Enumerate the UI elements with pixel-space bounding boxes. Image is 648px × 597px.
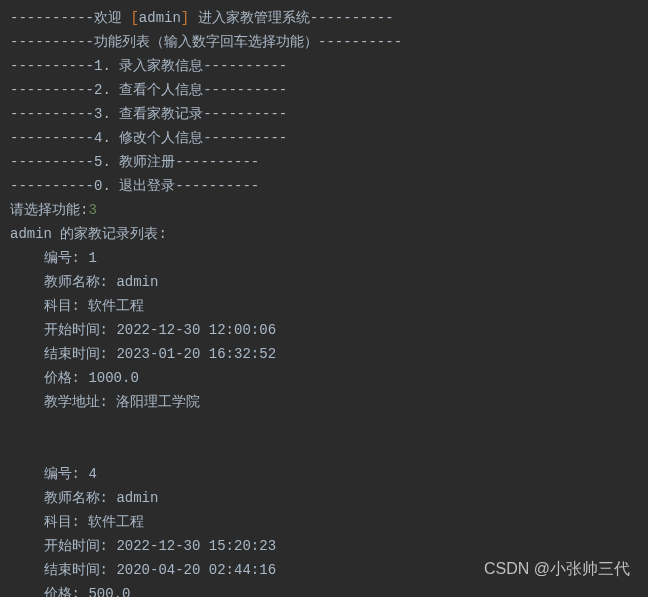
record-start: 开始时间: 2022-12-30 12:00:06 bbox=[10, 318, 638, 342]
record-subject: 科目: 软件工程 bbox=[10, 294, 638, 318]
record-teacher: 教师名称: admin bbox=[10, 486, 638, 510]
menu-item-0: ----------0. 退出登录---------- bbox=[10, 174, 638, 198]
teacher-value: admin bbox=[116, 274, 158, 290]
price-value: 1000.0 bbox=[88, 370, 138, 386]
blank-line bbox=[10, 438, 638, 462]
start-label: 开始时间: bbox=[44, 322, 117, 338]
end-value: 2023-01-20 16:32:52 bbox=[116, 346, 276, 362]
menu-item-2: ----------2. 查看个人信息---------- bbox=[10, 78, 638, 102]
teacher-label: 教师名称: bbox=[44, 274, 117, 290]
welcome-prefix: ----------欢迎 bbox=[10, 10, 130, 26]
prompt-line[interactable]: 请选择功能:3 bbox=[10, 198, 638, 222]
blank-line bbox=[10, 414, 638, 438]
username: admin bbox=[139, 10, 181, 26]
subject-label: 科目: bbox=[44, 514, 89, 530]
prompt-label: 请选择功能: bbox=[10, 202, 88, 218]
start-label: 开始时间: bbox=[44, 538, 117, 554]
end-value: 2020-04-20 02:44:16 bbox=[116, 562, 276, 578]
end-label: 结束时间: bbox=[44, 562, 117, 578]
menu-item-4: ----------4. 修改个人信息---------- bbox=[10, 126, 638, 150]
price-value: 500.0 bbox=[88, 586, 130, 597]
record-end: 结束时间: 2020-04-20 02:44:16 bbox=[10, 558, 638, 582]
bracket-close: ] bbox=[181, 10, 189, 26]
id-value: 4 bbox=[88, 466, 96, 482]
address-value: 洛阳理工学院 bbox=[116, 394, 200, 410]
bracket-open: [ bbox=[130, 10, 138, 26]
id-label: 编号: bbox=[44, 250, 89, 266]
subject-value: 软件工程 bbox=[88, 514, 144, 530]
prompt-input[interactable]: 3 bbox=[88, 202, 96, 218]
record-price: 价格: 500.0 bbox=[10, 582, 638, 597]
welcome-suffix: 进入家教管理系统---------- bbox=[189, 10, 393, 26]
teacher-label: 教师名称: bbox=[44, 490, 117, 506]
record-end: 结束时间: 2023-01-20 16:32:52 bbox=[10, 342, 638, 366]
teacher-value: admin bbox=[116, 490, 158, 506]
menu-title: ----------功能列表（输入数字回车选择功能）---------- bbox=[10, 30, 638, 54]
record-address: 教学地址: 洛阳理工学院 bbox=[10, 390, 638, 414]
menu-item-5: ----------5. 教师注册---------- bbox=[10, 150, 638, 174]
record-price: 价格: 1000.0 bbox=[10, 366, 638, 390]
menu-item-1: ----------1. 录入家教信息---------- bbox=[10, 54, 638, 78]
start-value: 2022-12-30 12:00:06 bbox=[116, 322, 276, 338]
subject-value: 软件工程 bbox=[88, 298, 144, 314]
id-value: 1 bbox=[88, 250, 96, 266]
record-teacher: 教师名称: admin bbox=[10, 270, 638, 294]
welcome-line: ----------欢迎 [admin] 进入家教管理系统---------- bbox=[10, 6, 638, 30]
record-subject: 科目: 软件工程 bbox=[10, 510, 638, 534]
id-label: 编号: bbox=[44, 466, 89, 482]
end-label: 结束时间: bbox=[44, 346, 117, 362]
start-value: 2022-12-30 15:20:23 bbox=[116, 538, 276, 554]
record-start: 开始时间: 2022-12-30 15:20:23 bbox=[10, 534, 638, 558]
record-id: 编号: 1 bbox=[10, 246, 638, 270]
result-header: admin 的家教记录列表: bbox=[10, 222, 638, 246]
menu-item-3: ----------3. 查看家教记录---------- bbox=[10, 102, 638, 126]
price-label: 价格: bbox=[44, 370, 89, 386]
record-id: 编号: 4 bbox=[10, 462, 638, 486]
address-label: 教学地址: bbox=[44, 394, 117, 410]
subject-label: 科目: bbox=[44, 298, 89, 314]
price-label: 价格: bbox=[44, 586, 89, 597]
